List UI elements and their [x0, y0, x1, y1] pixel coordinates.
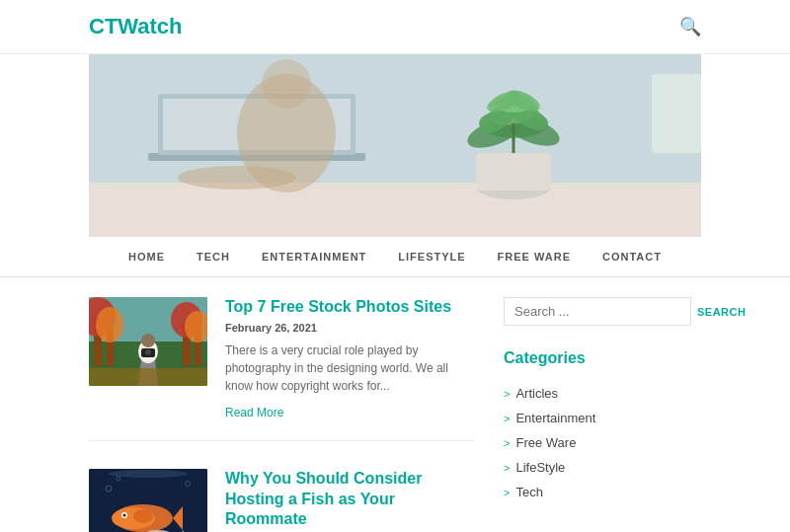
category-label: Tech — [515, 485, 542, 499]
category-label: Entertainment — [515, 411, 595, 425]
svg-rect-9 — [476, 153, 551, 190]
hero-section — [89, 54, 701, 237]
category-tech[interactable]: > Tech — [504, 480, 701, 504]
category-articles[interactable]: > Articles — [504, 381, 701, 406]
category-label: Articles — [515, 386, 558, 401]
main-content: Top 7 Free Stock Photos Sites February 2… — [0, 277, 790, 532]
nav-contact[interactable]: CONTACT — [602, 251, 662, 263]
category-label: LifeStyle — [515, 460, 565, 475]
post-content-1: Top 7 Free Stock Photos Sites February 2… — [225, 297, 474, 420]
search-input[interactable] — [504, 297, 691, 326]
search-button[interactable]: SEARCH — [691, 300, 751, 324]
nav-home[interactable]: HOME — [128, 251, 165, 263]
post-date-1: February 26, 2021 — [225, 322, 474, 334]
svg-point-7 — [178, 166, 296, 190]
post-excerpt-1: There is a very crucial role played by p… — [225, 342, 474, 395]
category-label: Free Ware — [515, 435, 576, 450]
post-thumbnail — [89, 469, 207, 532]
chevron-right-icon: > — [504, 487, 510, 498]
post-title-1[interactable]: Top 7 Free Stock Photos Sites — [225, 297, 474, 318]
header-search-icon[interactable]: 🔍 — [679, 16, 701, 38]
sidebar: SEARCH Categories > Articles > Entertain… — [504, 297, 701, 504]
nav-tech[interactable]: TECH — [197, 251, 230, 263]
category-entertainment[interactable]: > Entertainment — [504, 406, 701, 430]
post-content-2: Why You Should Consider Hosting a Fish a… — [225, 469, 474, 532]
read-more-1[interactable]: Read More — [225, 406, 283, 419]
hero-image — [89, 54, 701, 237]
site-logo[interactable]: CTWatch — [89, 14, 183, 39]
hero-svg — [89, 54, 701, 237]
chevron-right-icon: > — [504, 462, 510, 474]
chevron-right-icon: > — [504, 413, 510, 424]
svg-point-27 — [96, 307, 123, 342]
thumb-svg-2 — [89, 469, 207, 532]
category-lifestyle[interactable]: > LifeStyle — [504, 455, 701, 480]
svg-point-43 — [123, 513, 126, 516]
site-header: CTWatch 🔍 — [0, 0, 790, 54]
chevron-right-icon: > — [504, 437, 510, 449]
category-freeware[interactable]: > Free Ware — [504, 430, 701, 455]
post-item: Top 7 Free Stock Photos Sites February 2… — [89, 297, 474, 441]
main-nav: HOME TECH ENTERTAINMENT LIFESTYLE FREE W… — [0, 237, 790, 277]
svg-rect-1 — [89, 183, 701, 237]
categories-title: Categories — [504, 349, 701, 367]
svg-point-52 — [109, 470, 188, 478]
post-title-2[interactable]: Why You Should Consider Hosting a Fish a… — [225, 469, 474, 530]
nav-freeware[interactable]: FREE WARE — [498, 251, 571, 263]
nav-entertainment[interactable]: ENTERTAINMENT — [262, 251, 366, 263]
svg-rect-32 — [89, 368, 207, 386]
svg-point-36 — [145, 349, 151, 355]
posts-list: Top 7 Free Stock Photos Sites February 2… — [89, 297, 474, 532]
search-box: SEARCH — [504, 297, 701, 326]
svg-point-6 — [262, 59, 311, 109]
post-thumbnail — [89, 297, 207, 386]
nav-lifestyle[interactable]: LIFESTYLE — [398, 251, 465, 263]
svg-point-34 — [141, 334, 155, 347]
post-item: Why You Should Consider Hosting a Fish a… — [89, 469, 474, 532]
chevron-right-icon: > — [504, 388, 510, 400]
svg-rect-20 — [652, 74, 701, 153]
thumb-svg-1 — [89, 297, 207, 386]
svg-point-44 — [133, 509, 153, 523]
